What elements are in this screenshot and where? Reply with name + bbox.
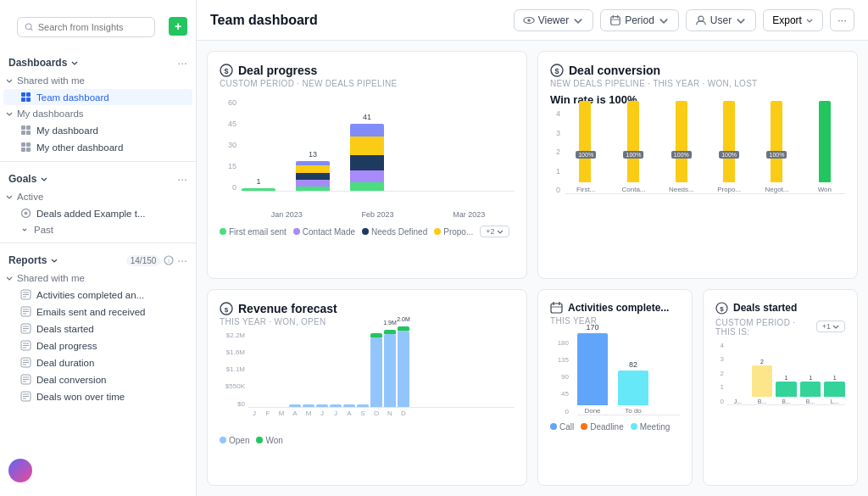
deal-conversion-title: $ Deal conversion	[550, 64, 845, 77]
sidebar-item-my-dashboard[interactable]: My dashboard	[3, 122, 192, 138]
sidebar-report-item[interactable]: Deals started	[3, 320, 192, 337]
avatar	[8, 459, 32, 482]
goals-section[interactable]: Goals ···	[0, 167, 196, 189]
activities-chart: 18013590450 170 Done 82 To do	[550, 331, 680, 415]
dashboards-more-icon[interactable]: ···	[177, 56, 187, 70]
svg-point-47	[527, 19, 531, 22]
sidebar-bottom	[0, 452, 196, 489]
dashboard-grid: $ Deal progress CUSTOM PERIOD · NEW DEAL…	[197, 41, 868, 496]
goal-icon	[20, 208, 31, 219]
deals-started-more[interactable]: +1	[816, 320, 845, 332]
sidebar-report-item[interactable]: Deal conversion	[3, 371, 192, 387]
period-button[interactable]: Period	[600, 9, 679, 31]
svg-rect-3	[26, 92, 31, 97]
active-goals-header[interactable]: Active	[0, 189, 196, 204]
shared-with-me-header[interactable]: Shared with me	[0, 73, 196, 88]
report-icon	[20, 357, 31, 368]
win-rate-chart: 43210 100% First...	[550, 109, 845, 211]
svg-text:$: $	[554, 67, 559, 75]
goals-more-icon[interactable]: ···	[177, 172, 187, 186]
sidebar-report-item[interactable]: Activities completed an...	[3, 287, 192, 303]
add-button[interactable]: +	[169, 17, 187, 36]
calendar-icon	[609, 14, 621, 26]
activities-legend: Call Deadline Meeting	[550, 422, 680, 432]
deals-started-icon: $	[715, 302, 728, 315]
dashboards-section[interactable]: Dashboards ···	[0, 51, 196, 73]
reports-more-icon[interactable]: ···	[177, 254, 187, 267]
eye-icon	[523, 14, 535, 26]
user-icon	[695, 14, 707, 26]
chevron-down-icon	[572, 14, 584, 26]
report-icon	[20, 374, 31, 385]
svg-text:$: $	[224, 67, 228, 75]
report-icon	[20, 340, 31, 351]
svg-rect-8	[21, 131, 25, 135]
reports-info-icon[interactable]: i	[164, 255, 174, 265]
active-goals-group: Active Deals added Example t... Past	[0, 189, 196, 237]
viewer-button[interactable]: Viewer	[514, 9, 593, 31]
svg-text:$: $	[720, 305, 724, 313]
export-button[interactable]: Export	[763, 9, 823, 31]
topbar-actions: Viewer Period User Export ···	[514, 8, 854, 31]
sidebar-item-past[interactable]: Past	[0, 222, 196, 237]
svg-rect-13	[26, 148, 31, 152]
reports-title[interactable]: Reports	[8, 254, 58, 266]
sidebar-item-team-dashboard[interactable]: Team dashboard	[3, 89, 192, 105]
activities-icon	[550, 302, 563, 315]
activities-title: Activities complete...	[550, 302, 680, 315]
sidebar-item-deals-added[interactable]: Deals added Example t...	[3, 205, 192, 221]
svg-rect-2	[21, 92, 25, 97]
bottom-right-cards: Activities complete... THIS YEAR 1801359…	[537, 289, 858, 487]
svg-rect-10	[21, 142, 25, 147]
deals-started-card: $ Deals started CUSTOM PERIOD · THIS IS:…	[703, 289, 858, 487]
report-items-list: Activities completed an...Emails sent an…	[0, 287, 196, 404]
activities-card: Activities complete... THIS YEAR 1801359…	[537, 289, 693, 487]
sidebar-item-my-other-dashboard[interactable]: My other dashboard	[3, 139, 192, 155]
deals-started-title: $ Deals started	[715, 302, 845, 315]
revenue-legend: Open Won	[220, 436, 515, 445]
deal-progress-title: $ Deal progress	[220, 64, 515, 77]
chevron-down-icon-4	[805, 16, 814, 25]
report-icon	[20, 323, 31, 334]
sidebar: + Dashboards ··· Shared with me Team das…	[0, 0, 197, 496]
search-input[interactable]	[38, 22, 147, 32]
svg-rect-59	[551, 304, 562, 313]
conversion-icon: $	[550, 64, 564, 77]
deal-progress-card: $ Deal progress CUSTOM PERIOD · NEW DEAL…	[207, 51, 527, 279]
dashboards-title: Dashboards	[8, 57, 79, 69]
sidebar-report-item[interactable]: Deals won over time	[3, 388, 192, 404]
svg-rect-5	[26, 98, 31, 102]
svg-rect-4	[21, 98, 25, 102]
svg-rect-48	[611, 16, 620, 25]
search-icon	[25, 22, 34, 32]
chevron-down-icon-3	[735, 14, 747, 26]
deal-progress-more[interactable]: +2	[480, 226, 509, 237]
revenue-forecast-card: $ Revenue forecast THIS YEAR · WON, OPEN…	[207, 289, 527, 487]
deal-progress-body: 604530150 1 13	[220, 95, 515, 266]
shared-reports-header[interactable]: Shared with me	[0, 270, 196, 286]
svg-rect-12	[21, 148, 25, 152]
reports-count: 14/150	[126, 255, 161, 266]
report-icon	[20, 391, 31, 402]
svg-text:i: i	[169, 258, 170, 264]
sidebar-report-item[interactable]: Deal duration	[3, 354, 192, 371]
deals-started-header: $ Deals started CUSTOM PERIOD · THIS IS:…	[715, 302, 845, 337]
dashboard-icon-3	[20, 142, 31, 153]
revenue-forecast-title: $ Revenue forecast	[220, 302, 515, 315]
deals-started-chart: 43210 J... 2 B... 1	[715, 342, 845, 418]
svg-rect-11	[26, 142, 31, 147]
sidebar-report-item[interactable]: Deal progress	[3, 337, 192, 354]
user-button[interactable]: User	[686, 9, 756, 31]
sidebar-report-item[interactable]: Emails sent and received	[3, 304, 192, 320]
my-dashboards-header[interactable]: My dashboards	[0, 106, 196, 121]
topbar: Team dashboard Viewer Period User Export	[197, 0, 868, 41]
svg-rect-9	[26, 131, 31, 135]
main-content: Team dashboard Viewer Period User Export	[197, 0, 868, 496]
svg-rect-7	[26, 125, 31, 130]
reports-section: Reports 14/150 i ···	[0, 248, 196, 270]
goals-title: Goals	[8, 173, 48, 185]
svg-line-1	[31, 29, 32, 31]
revenue-chart: $2.2M$1.6M$1.1M$550K$0	[220, 332, 515, 429]
more-options-button[interactable]: ···	[830, 8, 854, 31]
chevron-down-icon-2	[658, 14, 670, 26]
